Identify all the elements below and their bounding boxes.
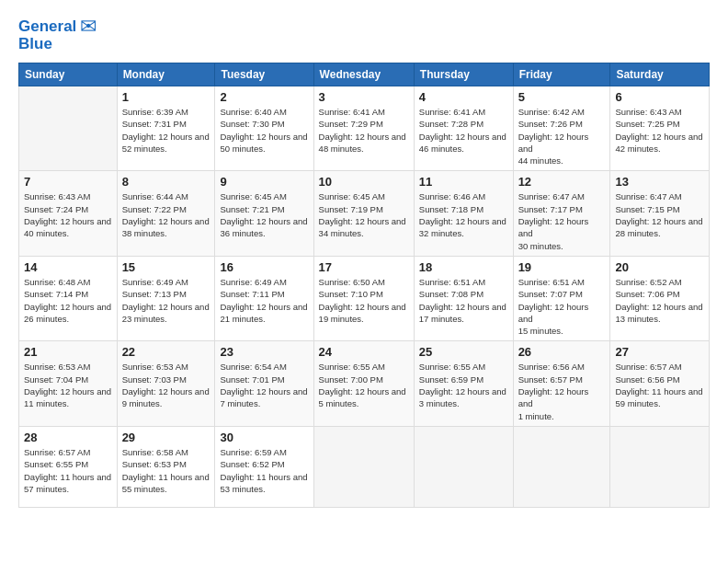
calendar-cell [414,426,513,507]
calendar-cell: 18Sunrise: 6:51 AMSunset: 7:08 PMDayligh… [414,256,513,340]
calendar-cell: 28Sunrise: 6:57 AMSunset: 6:55 PMDayligh… [19,426,118,507]
sunrise-text: Sunrise: 6:41 AM [319,107,385,117]
sunrise-text: Sunrise: 6:43 AM [24,191,90,201]
sunset-text: Sunset: 7:30 PM [220,119,284,129]
daylight-text-cont: 42 minutes. [615,144,660,154]
calendar-cell: 17Sunrise: 6:50 AMSunset: 7:10 PMDayligh… [313,256,414,340]
calendar-cell: 15Sunrise: 6:49 AMSunset: 7:13 PMDayligh… [117,256,215,340]
sunset-text: Sunset: 7:21 PM [220,204,284,214]
day-number: 24 [319,345,409,359]
daylight-text-cont: 17 minutes. [419,314,464,324]
day-info: Sunrise: 6:42 AMSunset: 7:26 PMDaylight:… [518,106,606,167]
daylight-text: Daylight: 12 hours and [24,216,111,226]
calendar-week-row: 28Sunrise: 6:57 AMSunset: 6:55 PMDayligh… [19,426,710,507]
col-monday: Monday [117,63,215,86]
sunrise-text: Sunrise: 6:45 AM [220,191,286,201]
day-number: 30 [220,431,308,444]
sunset-text: Sunset: 7:26 PM [518,119,583,129]
day-number: 16 [220,260,308,274]
sunset-text: Sunset: 7:01 PM [220,374,284,385]
day-number: 17 [319,260,409,274]
daylight-text-cont: 26 minutes. [24,314,69,324]
calendar-cell: 30Sunrise: 6:59 AMSunset: 6:52 PMDayligh… [215,426,313,507]
logo-bird-icon: ✉ [80,15,97,39]
daylight-text-cont: 59 minutes. [615,398,660,408]
sunset-text: Sunset: 7:04 PM [24,374,88,385]
calendar-week-row: 21Sunrise: 6:53 AMSunset: 7:04 PMDayligh… [19,341,710,426]
sunset-text: Sunset: 7:28 PM [419,119,483,129]
daylight-text-cont: 48 minutes. [319,144,364,154]
day-number: 20 [615,260,704,274]
sunset-text: Sunset: 6:52 PM [220,459,284,469]
sunrise-text: Sunrise: 6:51 AM [419,277,485,287]
sunrise-text: Sunrise: 6:57 AM [615,362,681,372]
sunrise-text: Sunrise: 6:53 AM [122,362,188,372]
daylight-text-cont: 13 minutes. [615,314,660,324]
sunrise-text: Sunrise: 6:42 AM [518,107,585,117]
day-info: Sunrise: 6:52 AMSunset: 7:06 PMDaylight:… [615,276,704,325]
sunset-text: Sunset: 7:03 PM [122,374,187,385]
logo-text: General [18,17,76,36]
day-number: 23 [220,345,308,359]
day-number: 6 [615,90,704,104]
day-number: 2 [220,90,308,104]
day-number: 21 [24,345,112,359]
daylight-text-cont: 7 minutes. [220,398,260,408]
col-friday: Friday [513,63,610,86]
day-number: 12 [518,175,606,189]
daylight-text-cont: 53 minutes. [220,484,265,494]
sunrise-text: Sunrise: 6:55 AM [419,362,485,372]
calendar-cell: 14Sunrise: 6:48 AMSunset: 7:14 PMDayligh… [19,256,118,340]
col-thursday: Thursday [414,63,513,86]
sunrise-text: Sunrise: 6:46 AM [419,191,485,201]
sunset-text: Sunset: 6:53 PM [122,459,187,469]
day-number: 7 [24,175,112,189]
day-number: 9 [220,175,308,189]
daylight-text: Daylight: 12 hours and [319,386,406,396]
day-number: 4 [419,90,508,104]
daylight-text-cont: 5 minutes. [319,398,359,408]
day-number: 25 [419,345,508,359]
day-number: 26 [518,345,606,359]
sunrise-text: Sunrise: 6:39 AM [122,107,188,117]
daylight-text-cont: 57 minutes. [24,484,69,494]
daylight-text: Daylight: 12 hours and [220,302,307,312]
calendar-cell: 24Sunrise: 6:55 AMSunset: 7:00 PMDayligh… [313,341,414,426]
day-info: Sunrise: 6:41 AMSunset: 7:28 PMDaylight:… [419,106,508,155]
day-info: Sunrise: 6:48 AMSunset: 7:14 PMDaylight:… [24,276,112,325]
daylight-text: Daylight: 12 hours and [122,216,210,226]
sunrise-text: Sunrise: 6:47 AM [518,191,585,201]
day-info: Sunrise: 6:47 AMSunset: 7:17 PMDaylight:… [518,190,606,251]
logo-blue-text: Blue [18,35,52,53]
day-info: Sunrise: 6:43 AMSunset: 7:24 PMDaylight:… [24,190,112,239]
calendar-week-row: 14Sunrise: 6:48 AMSunset: 7:14 PMDayligh… [19,256,710,340]
col-saturday: Saturday [610,63,710,86]
day-info: Sunrise: 6:53 AMSunset: 7:03 PMDaylight:… [122,361,210,409]
calendar-cell [313,426,414,507]
daylight-text-cont: 34 minutes. [319,228,364,238]
calendar-cell: 12Sunrise: 6:47 AMSunset: 7:17 PMDayligh… [513,171,610,256]
day-info: Sunrise: 6:55 AMSunset: 7:00 PMDaylight:… [319,361,409,409]
day-number: 10 [319,175,409,189]
daylight-text: Daylight: 12 hours and [518,132,589,154]
day-number: 11 [419,175,508,189]
daylight-text-cont: 9 minutes. [122,398,163,408]
daylight-text: Daylight: 12 hours and [122,132,210,142]
calendar-cell [610,426,710,507]
sunset-text: Sunset: 7:19 PM [319,204,383,214]
day-info: Sunrise: 6:45 AMSunset: 7:19 PMDaylight:… [319,190,409,239]
calendar-cell: 21Sunrise: 6:53 AMSunset: 7:04 PMDayligh… [19,341,118,426]
daylight-text: Daylight: 11 hours and [615,386,702,396]
daylight-text-cont: 3 minutes. [419,398,460,408]
calendar-cell: 7Sunrise: 6:43 AMSunset: 7:24 PMDaylight… [19,171,118,256]
day-info: Sunrise: 6:57 AMSunset: 6:56 PMDaylight:… [615,361,704,409]
daylight-text-cont: 32 minutes. [419,228,464,238]
sunrise-text: Sunrise: 6:58 AM [122,447,188,457]
sunset-text: Sunset: 7:25 PM [615,119,679,129]
calendar-cell: 11Sunrise: 6:46 AMSunset: 7:18 PMDayligh… [414,171,513,256]
daylight-text-cont: 36 minutes. [220,228,265,238]
day-info: Sunrise: 6:54 AMSunset: 7:01 PMDaylight:… [220,361,308,409]
sunrise-text: Sunrise: 6:48 AM [24,277,90,287]
daylight-text: Daylight: 11 hours and [122,472,210,482]
calendar-cell: 23Sunrise: 6:54 AMSunset: 7:01 PMDayligh… [215,341,313,426]
